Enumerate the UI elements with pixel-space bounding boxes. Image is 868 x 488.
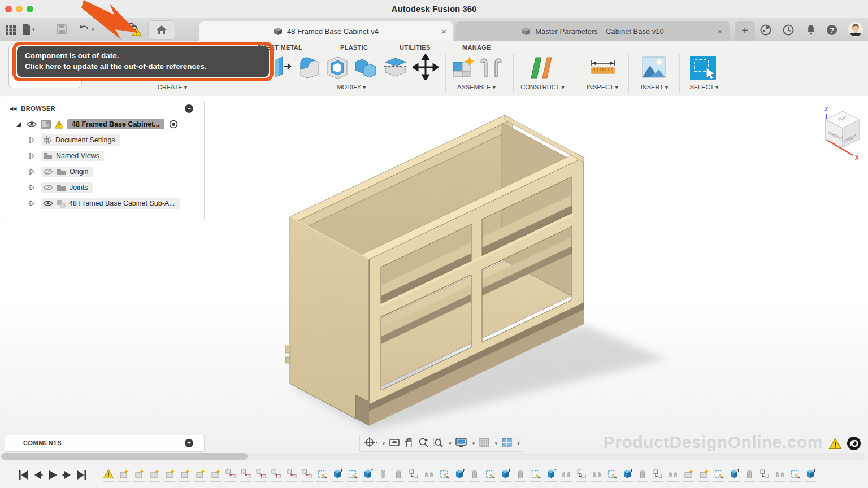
timeline-item-jointpair[interactable] (561, 468, 572, 482)
tab-close-icon[interactable]: × (714, 27, 726, 36)
zoom-window-caret-icon[interactable]: ▾ (449, 441, 452, 446)
warning-status-icon[interactable] (828, 438, 842, 452)
ribbon-tab-plastic[interactable]: PLASTIC (340, 44, 368, 51)
timeline-item-derive[interactable] (225, 468, 236, 482)
timeline-item-warning[interactable] (103, 468, 114, 482)
collapsed-arrow-icon[interactable] (29, 184, 35, 191)
construct-plane-icon[interactable] (528, 55, 555, 82)
timeline-item-snapshot[interactable] (759, 468, 770, 482)
group-modify[interactable]: MODIFY ▾ (337, 84, 366, 91)
activate-component-radio-icon[interactable] (169, 120, 178, 129)
timeline-step-back-button[interactable] (32, 469, 44, 481)
timeline-item-snapshot[interactable] (408, 468, 419, 482)
version-history-clock-icon[interactable] (782, 24, 795, 38)
look-at-icon[interactable] (389, 437, 400, 450)
horizontal-scrollbar[interactable] (1, 453, 866, 460)
timeline-item-snapshot[interactable] (652, 468, 663, 482)
group-assemble[interactable]: ASSEMBLE ▾ (457, 84, 496, 91)
timeline-item-extrude[interactable] (454, 468, 465, 482)
scrollbar-thumb[interactable] (1, 453, 248, 460)
timeline-go-to-end-button[interactable] (76, 469, 88, 481)
timeline-go-to-start-button[interactable] (17, 469, 29, 481)
timeline-item-extrude[interactable] (545, 468, 557, 482)
timeline-item-extrude[interactable] (805, 468, 816, 482)
timeline-item-jointpair[interactable] (774, 468, 785, 482)
timeline-item-derive[interactable] (240, 468, 251, 482)
timeline-item-extrude[interactable] (728, 468, 740, 482)
out-of-date-tooltip[interactable]: Component is out of date. Click here to … (12, 42, 274, 81)
insert-image-icon[interactable] (641, 55, 667, 81)
timeline-item-derive[interactable] (286, 468, 297, 482)
timeline-item-derive[interactable] (255, 468, 267, 482)
notifications-bell-icon[interactable] (805, 24, 817, 38)
visibility-off-eye-icon[interactable] (43, 184, 53, 191)
timeline-item-sketch[interactable] (484, 468, 496, 482)
zoom-icon[interactable] (418, 437, 429, 450)
job-status-icon[interactable] (760, 24, 772, 38)
group-construct[interactable]: CONSTRUCT ▾ (520, 84, 564, 91)
timeline-item-joint[interactable] (637, 468, 648, 482)
tab-48-framed-base-cabinet[interactable]: 48 Framed Base Cabinet v4 × (199, 21, 453, 41)
split-body-icon[interactable] (383, 55, 408, 81)
orbit-icon[interactable] (364, 437, 377, 450)
autodesk-assistant-icon[interactable] (847, 436, 861, 453)
browser-row-joints[interactable]: Joints (5, 180, 204, 195)
new-tab-button[interactable]: + (735, 21, 755, 41)
display-settings-icon[interactable] (455, 437, 467, 450)
browser-row-root[interactable]: 48 Framed Base Cabinet... (5, 116, 204, 132)
timeline-item-extrude[interactable] (622, 468, 633, 482)
timeline-item-jointpair[interactable] (591, 468, 602, 482)
timeline-item-sketch[interactable] (606, 468, 618, 482)
help-icon[interactable]: ? (826, 24, 838, 38)
timeline-item-jointpair[interactable] (423, 468, 435, 482)
user-avatar[interactable] (848, 21, 863, 40)
visibility-off-eye-icon[interactable] (43, 168, 53, 176)
collapsed-arrow-icon[interactable] (29, 152, 35, 159)
timeline-item-sketch[interactable] (347, 468, 358, 482)
grid-snap-icon[interactable] (479, 437, 490, 450)
timeline-item-joint[interactable] (393, 468, 404, 482)
view-cube[interactable]: Z X TOP FRONT RIGHT (817, 104, 866, 168)
orbit-caret-icon[interactable]: ▾ (383, 441, 385, 446)
select-icon[interactable] (689, 55, 717, 82)
timeline-item-joint[interactable] (469, 468, 480, 482)
timeline-item-sketch[interactable] (530, 468, 541, 482)
timeline-item-joint[interactable] (515, 468, 526, 482)
display-settings-caret-icon[interactable]: ▾ (472, 441, 475, 446)
timeline-item-jointpair[interactable] (667, 468, 679, 482)
new-component-icon[interactable] (451, 55, 476, 81)
save-button[interactable] (57, 23, 68, 36)
app-grid-icon[interactable] (5, 23, 17, 36)
file-menu-button[interactable]: ▾ (21, 23, 35, 36)
remove-panel-icon[interactable]: − (185, 104, 193, 113)
browser-row-document-settings[interactable]: Document Settings (5, 132, 204, 148)
panel-grip[interactable] (197, 105, 199, 112)
visibility-eye-icon[interactable] (27, 120, 37, 128)
timeline-item-component[interactable] (194, 468, 206, 482)
model-viewport[interactable]: Z X TOP FRONT RIGHT ◀◀ BROWSER − (0, 96, 868, 461)
ribbon-tab-utilities[interactable]: UTILITIES (400, 44, 431, 51)
timeline-step-forward-button[interactable] (61, 469, 73, 481)
timeline-item-extrude[interactable] (362, 468, 374, 482)
ribbon-tab-manage[interactable]: MANAGE (462, 44, 491, 51)
add-comment-icon[interactable]: + (185, 439, 193, 447)
browser-row-sub-assembly[interactable]: 48 Framed Base Cabinet Sub-A... (5, 195, 204, 211)
collapsed-arrow-icon[interactable] (29, 200, 35, 207)
expand-arrow-icon[interactable] (15, 121, 22, 128)
timeline-item-sketch[interactable] (316, 468, 328, 482)
combine-icon[interactable] (354, 55, 377, 81)
collapsed-arrow-icon[interactable] (29, 137, 35, 143)
timeline-item-component[interactable] (133, 468, 145, 482)
timeline-item-derive[interactable] (301, 468, 313, 482)
browser-header[interactable]: ◀◀ BROWSER − (5, 101, 204, 116)
shell-icon[interactable] (326, 55, 348, 81)
timeline-item-component[interactable] (118, 468, 129, 482)
group-select[interactable]: SELECT ▾ (689, 84, 718, 91)
timeline-item-component[interactable] (179, 468, 190, 482)
browser-row-named-views[interactable]: Named Views (5, 148, 204, 164)
press-pull-icon[interactable] (271, 55, 294, 81)
home-button[interactable] (148, 20, 175, 40)
group-create[interactable]: CREATE ▾ (158, 84, 187, 91)
comments-panel[interactable]: COMMENTS + (5, 435, 205, 452)
collapsed-arrow-icon[interactable] (29, 168, 35, 175)
